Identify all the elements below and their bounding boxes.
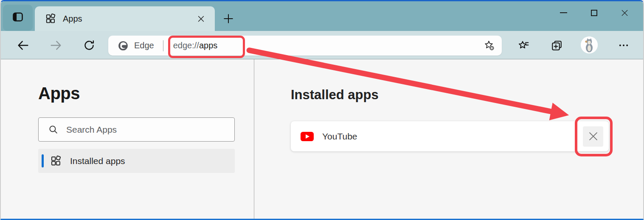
forward-arrow-icon [49, 39, 63, 52]
refresh-button[interactable] [81, 37, 98, 54]
ellipsis-icon [618, 39, 630, 51]
sidebar-item-installed-apps[interactable]: Installed apps [38, 149, 235, 173]
minimize-icon [560, 12, 567, 13]
avatar-cartoon-image [581, 36, 598, 53]
url-text[interactable]: edge://apps [173, 41, 481, 50]
search-engine-label: Edge [134, 41, 154, 50]
close-window-button[interactable] [609, 4, 640, 22]
maximize-icon [591, 10, 597, 16]
page-content: Apps Installed apps [1, 59, 643, 219]
maximize-button[interactable] [579, 4, 609, 22]
edge-logo-icon [118, 40, 129, 51]
back-arrow-icon [16, 39, 30, 52]
search-apps-input[interactable] [66, 125, 228, 135]
tab-title: Apps [63, 14, 194, 24]
tab-apps[interactable]: Apps [35, 6, 215, 31]
address-bar[interactable]: Edge edge://apps [108, 36, 502, 56]
close-icon [621, 9, 629, 17]
settings-and-more-button[interactable] [615, 37, 633, 54]
favorites-star-icon [517, 39, 530, 52]
page-title: Apps [38, 84, 80, 103]
profile-avatar[interactable] [581, 36, 598, 53]
app-row-youtube[interactable]: YouTube [291, 121, 609, 151]
add-favorite-button[interactable] [481, 38, 498, 54]
app-name: YouTube [322, 131, 583, 142]
back-button[interactable] [14, 37, 31, 54]
browser-window: Apps [0, 0, 644, 220]
tab-actions-icon [12, 11, 24, 25]
tab-strip: Apps [1, 1, 643, 31]
tab-close-button[interactable] [194, 12, 207, 25]
search-apps-box [38, 117, 235, 142]
youtube-icon [301, 132, 314, 141]
installed-apps-heading: Installed apps [291, 87, 379, 103]
remove-app-button[interactable] [583, 126, 603, 147]
apps-grid-icon [45, 13, 56, 24]
favorites-button[interactable] [515, 37, 532, 54]
search-icon [48, 124, 59, 135]
tab-actions-menu-button[interactable] [3, 5, 33, 31]
url-path: apps [199, 41, 217, 50]
apps-grid-icon [50, 155, 62, 167]
navigation-toolbar: Edge edge://apps [1, 31, 643, 59]
star-plus-icon [484, 40, 495, 51]
panel-divider [254, 59, 254, 219]
sidebar-item-label: Installed apps [70, 156, 125, 166]
remove-x-icon [588, 131, 599, 142]
address-bar-separator [163, 40, 163, 51]
forward-button[interactable] [48, 37, 65, 54]
collections-button[interactable] [548, 37, 565, 54]
minimize-button[interactable] [548, 4, 579, 22]
window-controls [548, 4, 640, 22]
selection-indicator [42, 154, 44, 167]
collections-icon [551, 39, 563, 52]
new-tab-button[interactable] [220, 10, 237, 27]
url-scheme: edge:// [173, 41, 199, 50]
refresh-icon [83, 39, 96, 52]
